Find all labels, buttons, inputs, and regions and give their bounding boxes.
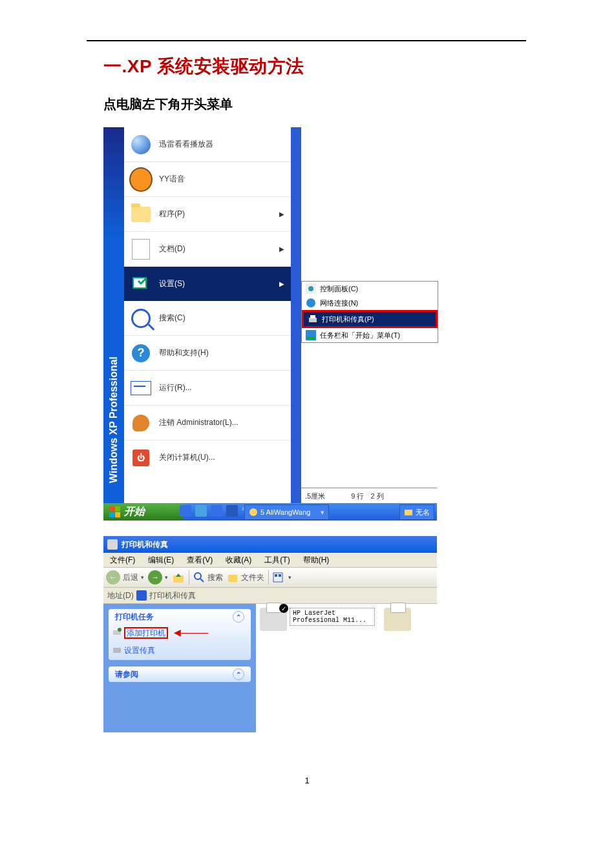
svg-rect-5 (310, 315, 315, 318)
submenu-printers-fax[interactable]: 打印机和传真(P) (302, 310, 438, 328)
svg-rect-9 (405, 510, 412, 515)
control-panel-icon (306, 284, 316, 294)
menu-bar: 文件(F) 编辑(E) 查看(V) 收藏(A) 工具(T) 帮助(H) (103, 553, 437, 568)
panel-header[interactable]: 请参阅 ⌃ (109, 666, 251, 682)
svg-line-12 (200, 579, 204, 582)
start-menu-right-strip (291, 127, 301, 503)
views-icon (273, 572, 286, 583)
svg-point-2 (308, 286, 313, 291)
folder-icon (404, 508, 413, 517)
menu-item-xunlei[interactable]: 迅雷看看播放器 (124, 127, 291, 162)
setup-fax-link[interactable]: 设置传真 (109, 643, 251, 660)
add-printer-icon (112, 627, 122, 636)
submenu-arrow-icon: ▶ (279, 280, 284, 287)
printer-icon (308, 314, 318, 324)
toolbar: ←后退▾ →▾ 搜索 文件夹 ▾ (103, 568, 437, 588)
printer-item-generic[interactable] (384, 608, 411, 631)
side-panel: 打印机任务 ⌃ 添加打印机 ◀——— 设置传真 (103, 604, 256, 732)
programs-folder-icon (131, 207, 151, 222)
svg-rect-19 (113, 648, 121, 653)
printer-tasks-panel: 打印机任务 ⌃ 添加打印机 ◀——— 设置传真 (109, 609, 251, 660)
submenu-arrow-icon: ▶ (279, 211, 284, 218)
svg-point-18 (118, 628, 122, 632)
taskbar-task-unnamed[interactable]: 无名 (399, 504, 434, 520)
menu-item-yy[interactable]: YY语音 (124, 162, 291, 197)
add-printer-link[interactable]: 添加打印机 ◀——— (109, 625, 251, 643)
submenu-arrow-icon: ▶ (279, 245, 284, 253)
collapse-chevron-icon[interactable]: ⌃ (233, 611, 244, 623)
menu-view[interactable]: 查看(V) (180, 555, 219, 566)
svg-rect-4 (309, 318, 317, 322)
svg-rect-16 (279, 574, 281, 577)
panel-header[interactable]: 打印机任务 ⌃ (109, 609, 251, 625)
see-also-panel: 请参阅 ⌃ (109, 666, 251, 682)
start-button[interactable]: 开始 (103, 503, 184, 521)
taskbar-task-aliwangwang[interactable]: 5 AliWangWang ▾ (244, 504, 329, 520)
start-menu-sidebar: Windows XP Professional (103, 127, 124, 503)
menu-item-shutdown[interactable]: ⏻ 关闭计算机(U)... (124, 440, 291, 475)
start-menu-screenshot: Windows XP Professional 迅雷看看播放器 YY语音 程序(… (103, 127, 437, 521)
svg-point-8 (249, 508, 257, 516)
printer-item-hp[interactable]: ✓ HP LaserJet Professional M11... (260, 608, 375, 631)
forward-button[interactable]: →▾ (148, 570, 168, 584)
submenu-network[interactable]: 网络连接(N) (302, 296, 438, 310)
printer-list-area: ✓ HP LaserJet Professional M11... (256, 604, 437, 732)
network-icon (306, 298, 316, 308)
dropdown-arrow-icon[interactable]: ▾ (321, 508, 324, 517)
printer-window-screenshot: 打印机和传真 文件(F) 编辑(E) 查看(V) 收藏(A) 工具(T) 帮助(… (103, 536, 437, 730)
shutdown-icon: ⏻ (132, 450, 149, 466)
annotation-arrow-icon: ◀——— (174, 627, 208, 637)
quick-launch-icon[interactable] (211, 505, 222, 517)
xunlei-icon (131, 135, 151, 154)
globe-icon (249, 508, 258, 517)
menu-tools[interactable]: 工具(T) (258, 555, 296, 566)
printer-device-icon: ✓ (260, 608, 287, 631)
search-button[interactable]: 搜索 (193, 572, 223, 583)
submenu-control-panel[interactable]: 控制面板(C) (302, 282, 438, 296)
run-icon (131, 381, 151, 395)
printer-icon (107, 539, 118, 550)
quick-launch-icon[interactable] (195, 505, 207, 517)
menu-item-logoff[interactable]: 注销 Administrator(L)... (124, 406, 291, 440)
settings-submenu: 控制面板(C) 网络连接(N) 打印机和传真(P) 任务栏和「开始」菜单(T) (301, 281, 438, 343)
start-menu-left-column: 迅雷看看播放器 YY语音 程序(P) ▶ 文档(D) ▶ (124, 127, 291, 503)
horizontal-rule (87, 40, 526, 41)
printer-icon (136, 590, 147, 601)
printer-device-icon (384, 608, 411, 631)
menu-file[interactable]: 文件(F) (103, 555, 142, 566)
logoff-key-icon (132, 415, 149, 431)
views-button[interactable]: ▾ (273, 572, 291, 583)
menu-item-settings[interactable]: 设置(S) ▶ (124, 267, 291, 301)
address-value[interactable]: 打印机和传真 (149, 590, 196, 601)
help-icon: ? (132, 344, 150, 362)
fax-icon (112, 645, 122, 654)
menu-favorites[interactable]: 收藏(A) (219, 555, 258, 566)
menu-item-programs[interactable]: 程序(P) ▶ (124, 197, 291, 232)
menu-item-run[interactable]: 运行(R)... (124, 371, 291, 406)
quick-launch-icon[interactable] (180, 505, 191, 517)
svg-point-3 (306, 298, 315, 307)
window-title-bar: 打印机和传真 (103, 536, 437, 553)
up-button[interactable] (172, 571, 185, 584)
back-button[interactable]: ←后退▾ (106, 570, 144, 584)
submenu-taskbar[interactable]: 任务栏和「开始」菜单(T) (302, 328, 438, 342)
svg-point-11 (195, 573, 201, 579)
menu-edit[interactable]: 编辑(E) (142, 555, 180, 566)
menu-item-search[interactable]: 搜索(C) (124, 301, 291, 336)
quick-launch[interactable]: » (180, 505, 246, 517)
menu-help[interactable]: 帮助(H) (297, 555, 336, 566)
word-status-bar: .5厘米 9 行 2 列 (301, 488, 437, 504)
folders-button[interactable]: 文件夹 (227, 572, 264, 583)
default-printer-check-icon: ✓ (279, 604, 288, 613)
collapse-chevron-icon[interactable]: ⌃ (233, 668, 244, 680)
search-icon (193, 572, 205, 583)
document-title: 一.XP 系统安装驱动方法 (103, 54, 304, 79)
menu-item-help[interactable]: ? 帮助和支持(H) (124, 336, 291, 371)
windows-flag-icon (109, 506, 120, 518)
svg-rect-15 (275, 574, 277, 577)
search-icon (131, 309, 151, 328)
svg-rect-13 (228, 575, 237, 582)
document-subtitle: 点电脑左下角开头菜单 (103, 96, 233, 113)
menu-item-documents[interactable]: 文档(D) ▶ (124, 232, 291, 267)
quick-launch-icon[interactable] (226, 505, 238, 517)
